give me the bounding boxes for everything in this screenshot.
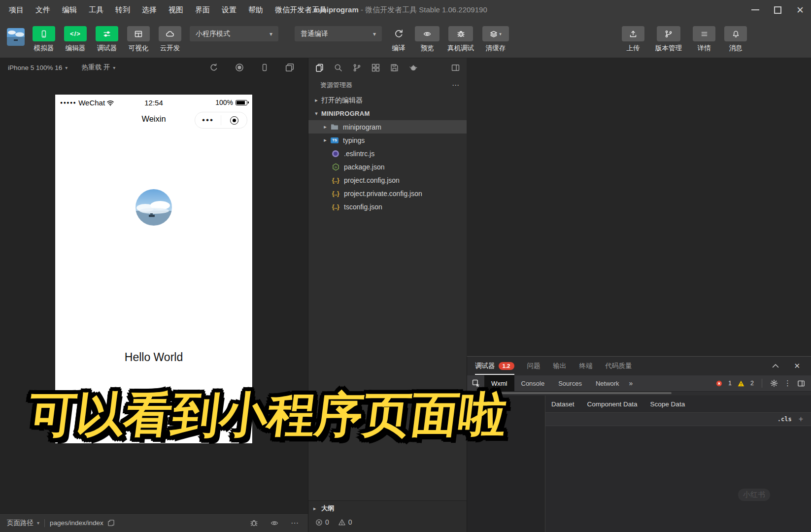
tree-item-miniprogram[interactable]: ▸ miniprogram	[308, 120, 467, 133]
simulator-toolbar: iPhone 5 100% 16 ▾ 热重载 开 ▾	[0, 58, 308, 77]
bug-icon[interactable]	[250, 519, 258, 527]
extensions-icon[interactable]	[372, 64, 380, 72]
tree-item-project-private-config[interactable]: {..} project.private.config.json	[308, 187, 467, 200]
split-editor-icon[interactable]	[451, 64, 460, 72]
collapse-up-icon[interactable]	[772, 364, 779, 368]
mode-dropdown[interactable]: 小程序模式 ▾	[190, 26, 278, 41]
device-frame-icon[interactable]	[261, 63, 269, 72]
tree-item-package-json[interactable]: js package.json	[308, 160, 467, 173]
error-badge-icon[interactable]	[716, 380, 722, 387]
teapot-icon[interactable]	[409, 64, 418, 71]
search-icon[interactable]	[334, 64, 342, 72]
menu-goto[interactable]: 转到	[115, 5, 130, 15]
horizontal-scrollbar[interactable]	[467, 392, 811, 395]
tree-item-tsconfig[interactable]: {..} tsconfig.json	[308, 200, 467, 213]
version-control-button[interactable]: 版本管理	[652, 26, 685, 53]
more-menu-button[interactable]: •••	[195, 113, 221, 128]
devtools-tab-console[interactable]: Console	[514, 375, 552, 391]
version-control-label: 版本管理	[655, 44, 682, 53]
side-tab-dataset[interactable]: Dataset	[551, 400, 574, 408]
editor-button[interactable]: </> 编辑器	[63, 26, 88, 53]
divider	[762, 379, 762, 388]
sliders-icon	[103, 30, 111, 38]
simulator-button[interactable]: 模拟器	[32, 26, 56, 53]
error-circle-icon	[315, 519, 323, 526]
devtools-tab-sources[interactable]: Sources	[551, 375, 589, 391]
real-device-debug-button[interactable]: 真机调试	[444, 26, 477, 53]
eye-icon[interactable]	[270, 519, 279, 527]
files-icon[interactable]	[315, 64, 324, 72]
tree-item-project-config[interactable]: {..} project.config.json	[308, 173, 467, 187]
save-icon[interactable]	[390, 64, 399, 72]
section-root[interactable]: ▾ MINIPROGRAM	[308, 107, 467, 120]
refresh-icon	[394, 29, 404, 38]
more-icon[interactable]: ⋯	[291, 518, 299, 528]
menu-settings[interactable]: 设置	[222, 5, 237, 15]
tab-problems[interactable]: 问题	[527, 357, 541, 375]
minimize-icon[interactable]	[751, 9, 759, 10]
details-button[interactable]: 详情	[692, 26, 716, 53]
warning-triangle-icon	[338, 519, 346, 526]
code-icon: </>	[70, 30, 81, 37]
window-title-app: miniprogram	[313, 5, 359, 14]
settings-gear-icon[interactable]	[770, 379, 778, 387]
visualize-button[interactable]: 可视化	[126, 26, 151, 53]
add-style-icon[interactable]: +	[799, 415, 803, 424]
file-name: project.config.json	[344, 176, 400, 184]
caret-down-icon: ▾	[499, 32, 502, 36]
dock-side-icon[interactable]	[797, 380, 805, 387]
kebab-menu-icon[interactable]: ⋮	[784, 379, 791, 388]
close-icon[interactable]: ✕	[796, 5, 804, 15]
tree-item-eslintrc[interactable]: .eslintrc.js	[308, 147, 467, 160]
compile-mode-dropdown[interactable]: 普通编译 ▾	[295, 26, 382, 41]
copy-icon[interactable]	[107, 519, 115, 527]
record-icon[interactable]	[235, 63, 244, 72]
multi-window-icon[interactable]	[285, 63, 294, 72]
menu-project[interactable]: 项目	[9, 5, 24, 15]
git-branch-icon[interactable]	[353, 64, 361, 72]
page-path-selector[interactable]: 页面路径 ▾	[7, 519, 39, 528]
styles-filter-bar: .cls +	[545, 412, 811, 426]
menu-file[interactable]: 文件	[35, 5, 50, 15]
menu-tools[interactable]: 工具	[89, 5, 103, 15]
section-open-editors[interactable]: ▸ 打开的编辑器	[308, 94, 467, 107]
menu-edit[interactable]: 编辑	[62, 5, 77, 15]
bell-icon	[732, 30, 740, 38]
minimize-miniprogram-button[interactable]	[221, 116, 247, 125]
rotate-device-icon[interactable]	[209, 63, 218, 72]
more-tabs-icon[interactable]: »	[626, 379, 636, 387]
more-actions-icon[interactable]: ⋯	[452, 81, 460, 90]
json-braces-icon: {..}	[332, 203, 339, 210]
node-json-icon: js	[332, 163, 339, 171]
menu-help[interactable]: 帮助	[248, 5, 263, 15]
close-panel-icon[interactable]: ✕	[794, 362, 800, 370]
menu-interface[interactable]: 界面	[195, 5, 210, 15]
tree-item-typings[interactable]: ▸ TS typings	[308, 133, 467, 147]
menu-view[interactable]: 视图	[169, 5, 183, 15]
outline-header[interactable]: ▸ 大纲	[308, 501, 467, 516]
preview-button[interactable]: 预览	[415, 26, 439, 53]
clear-cache-button[interactable]: ▾ 清缓存	[482, 26, 509, 53]
cloud-dev-button[interactable]: 云开发	[158, 26, 182, 53]
messages-button[interactable]: 消息	[723, 26, 748, 53]
tab-debugger[interactable]: 调试器 1.2	[475, 357, 514, 375]
device-selector[interactable]: iPhone 5 100% 16 ▾	[8, 64, 68, 71]
compile-button[interactable]: 编译	[387, 26, 410, 53]
tab-code-quality[interactable]: 代码质量	[606, 357, 632, 375]
upload-button[interactable]: 上传	[621, 26, 645, 53]
debugger-button[interactable]: 调试器	[95, 26, 119, 53]
warning-badge-icon[interactable]	[738, 380, 744, 387]
devtools-tab-network[interactable]: Network	[589, 375, 626, 391]
side-tab-scope-data[interactable]: Scope Data	[650, 400, 685, 408]
cls-toggle[interactable]: .cls	[777, 416, 792, 423]
hot-reload-selector[interactable]: 热重载 开 ▾	[81, 63, 115, 72]
user-avatar[interactable]	[135, 189, 172, 226]
side-tab-component-data[interactable]: Component Data	[587, 400, 638, 408]
maximize-icon[interactable]	[774, 6, 781, 14]
preview-label: 预览	[421, 44, 434, 53]
tab-terminal[interactable]: 终端	[579, 357, 593, 375]
tab-output[interactable]: 输出	[553, 357, 567, 375]
file-explorer: 资源管理器 ⋯ ▸ 打开的编辑器 ▾ MINIPROGRAM ▸ minipro…	[308, 58, 467, 532]
menu-select[interactable]: 选择	[142, 5, 157, 15]
user-avatar[interactable]	[7, 28, 25, 46]
